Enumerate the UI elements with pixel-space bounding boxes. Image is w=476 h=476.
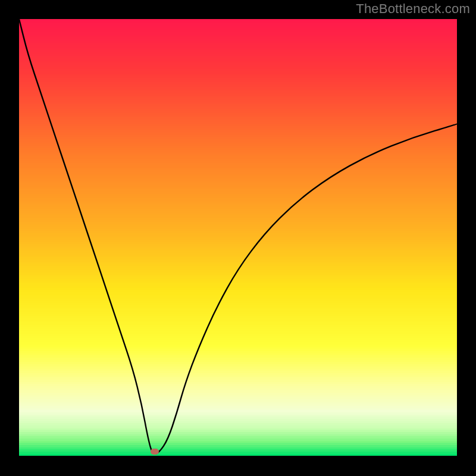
watermark-text: TheBottleneck.com bbox=[356, 1, 470, 17]
optimal-point-marker bbox=[151, 449, 159, 455]
chart-frame: TheBottleneck.com bbox=[0, 0, 476, 476]
gradient-background bbox=[19, 19, 457, 456]
plot-area bbox=[19, 19, 457, 457]
